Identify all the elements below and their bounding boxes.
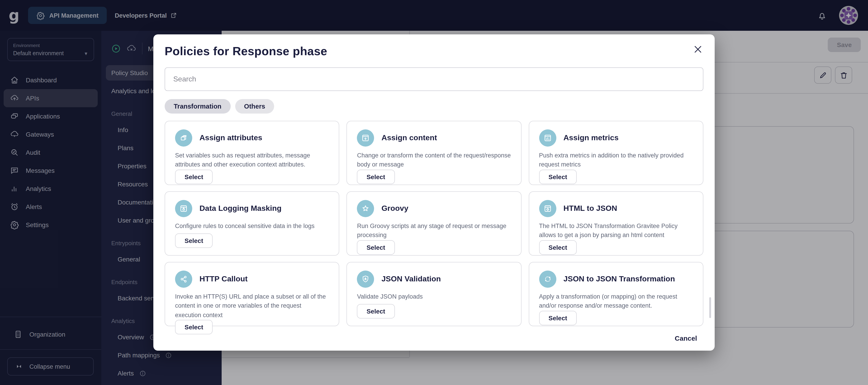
policy-search-input[interactable] bbox=[165, 67, 703, 91]
select-policy-button[interactable]: Select bbox=[175, 320, 213, 334]
policy-card-json-to-json-transformation: JSON to JSON TransformationApply a trans… bbox=[529, 262, 703, 326]
select-policy-button[interactable]: Select bbox=[357, 304, 395, 319]
policy-card-assign-metrics: Assign metricsPush extra metrics in addi… bbox=[529, 121, 703, 185]
policy-description: Invoke an HTTP(S) URL and place a subset… bbox=[175, 292, 329, 320]
policy-card-http-callout: HTTP CalloutInvoke an HTTP(S) URL and pl… bbox=[165, 262, 339, 326]
modal-title: Policies for Response phase bbox=[165, 45, 703, 58]
select-policy-button[interactable]: Select bbox=[175, 233, 213, 248]
policy-description: Run Groovy scripts at any stage of reque… bbox=[357, 222, 511, 240]
select-policy-button[interactable]: Select bbox=[539, 240, 577, 255]
policy-description: Set variables such as request attributes… bbox=[175, 151, 329, 170]
policy-description: Push extra metrics in addition to the na… bbox=[539, 151, 693, 170]
select-policy-button[interactable]: Select bbox=[357, 240, 395, 255]
policy-card-html-to-json: HTML to JSONThe HTML to JSON Transformat… bbox=[529, 191, 703, 256]
share-nodes-icon bbox=[175, 270, 192, 288]
policy-name: Assign metrics bbox=[563, 134, 619, 143]
app-root: g API Management Developers Portal Envir… bbox=[0, 0, 868, 385]
modal-footer: Cancel bbox=[165, 331, 703, 346]
policy-description: Validate JSON payloads bbox=[357, 292, 511, 301]
tab-others[interactable]: Others bbox=[235, 99, 274, 114]
policy-name: Groovy bbox=[381, 204, 408, 213]
policy-card-data-logging-masking: Data Logging MaskingConfigure rules to c… bbox=[165, 191, 339, 256]
select-policy-button[interactable]: Select bbox=[175, 170, 213, 184]
scrollbar-thumb[interactable] bbox=[709, 297, 711, 318]
policy-name: Assign content bbox=[381, 134, 437, 143]
policy-card-assign-content: Assign contentChange or transform the co… bbox=[347, 121, 522, 185]
orbit-icon bbox=[539, 270, 556, 288]
category-tabs: Transformation Others bbox=[165, 99, 703, 114]
policy-name: Assign attributes bbox=[199, 134, 262, 143]
select-policy-button[interactable]: Select bbox=[539, 170, 577, 184]
groovy-star-icon bbox=[357, 200, 374, 217]
policy-name: HTML to JSON bbox=[563, 204, 617, 213]
policy-description: Apply a transformation (or mapping) on t… bbox=[539, 292, 693, 310]
policy-grid: Assign attributesSet variables such as r… bbox=[165, 121, 703, 326]
tab-transformation[interactable]: Transformation bbox=[165, 99, 230, 114]
policy-card-json-validation: JSON ValidationValidate JSON payloadsSel… bbox=[347, 262, 522, 326]
window-chart-icon bbox=[539, 129, 556, 147]
shield-icon bbox=[357, 270, 374, 288]
policy-card-assign-attributes: Assign attributesSet variables such as r… bbox=[165, 121, 339, 185]
window-plus-icon bbox=[357, 129, 374, 147]
cancel-button[interactable]: Cancel bbox=[669, 331, 703, 346]
policy-name: Data Logging Masking bbox=[199, 204, 282, 213]
window-lock-icon bbox=[175, 200, 192, 217]
policies-modal: Policies for Response phase Transformati… bbox=[153, 34, 715, 351]
layers-icon bbox=[175, 129, 192, 147]
policy-card-groovy: GroovyRun Groovy scripts at any stage of… bbox=[347, 191, 522, 256]
policy-name: JSON Validation bbox=[381, 275, 441, 284]
select-policy-button[interactable]: Select bbox=[357, 170, 395, 184]
window-gear-icon bbox=[539, 200, 556, 217]
policy-description: Change or transform the content of the r… bbox=[357, 151, 511, 170]
select-policy-button[interactable]: Select bbox=[539, 310, 577, 325]
policy-name: JSON to JSON Transformation bbox=[563, 275, 675, 284]
policy-description: Configure rules to conceal sensitive dat… bbox=[175, 222, 329, 231]
policy-description: The HTML to JSON Transformation Gravitee… bbox=[539, 222, 693, 240]
close-icon[interactable] bbox=[692, 43, 704, 55]
policy-name: HTTP Callout bbox=[199, 275, 248, 284]
